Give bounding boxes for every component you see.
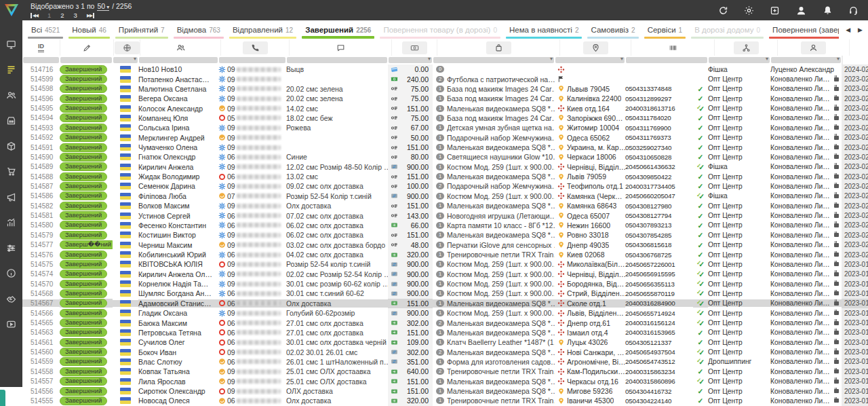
column-header-fulfillment[interactable] [714,39,777,56]
column-filter-id[interactable] [22,56,60,64]
support-button[interactable] [848,5,859,16]
page-size-select[interactable]: 50 [97,2,109,11]
page-button-2[interactable]: 2 [60,12,64,19]
column-header-flag[interactable] [113,39,140,56]
table-row[interactable]: 514577 Заверш��ний Черниш Максим 09 03.0… [22,240,868,249]
first-page-button[interactable] [31,13,38,18]
column-header-id[interactable]: ID [22,39,60,56]
settings-button[interactable] [744,5,754,16]
sidebar-item-marketplace[interactable] [0,115,22,126]
table-row[interactable]: 514575 Завершений КВІТОВСЬКА ЮЛІЯ 09 Роз… [22,259,868,269]
tab-scroll-left-icon[interactable]: ◀ [846,26,850,33]
column-filter-location[interactable] [555,56,625,64]
table-row[interactable]: 514588 Завершений Жидак Володимир 06 13.… [22,172,868,181]
table-row[interactable]: 514560 Завершений Бокоч Иван 09 02.02 30… [22,347,868,356]
table-row[interactable]: 514576 Завершений Кобилинський Юрий 06 0… [22,250,868,259]
column-filter-money[interactable] [388,56,433,64]
column-header-product[interactable] [437,39,559,56]
tab-Самовивіз[interactable]: Самовивіз2 [585,20,641,39]
table-row[interactable]: 514579 Завершений Костишин Виктор 09 06.… [22,230,868,240]
table-row[interactable]: 514594 Завершений Компанец Юля 05 18.02 … [22,113,868,123]
column-header-ttn[interactable] [631,39,714,56]
sidebar-item-statistics[interactable] [0,217,22,228]
table-row[interactable]: 514586 Завершений Філіпова Люба 07 Розмі… [22,191,868,201]
table-row[interactable]: 514556 Завершений Сиротюк Олександр 09 О… [22,386,868,396]
sidebar-item-tutorials[interactable] [0,319,22,330]
table-row[interactable]: 514581 Завершений Устинов Сергей 06 07.0… [22,210,868,220]
tab-Відмова[interactable]: Відмова763 [171,20,226,39]
table-row[interactable]: 514555 Завершений Новосад Олеся 06 Олх д… [22,396,868,405]
sidebar-item-dashboard[interactable] [0,39,22,50]
sidebar-item-clients[interactable] [0,90,22,100]
page-button-3[interactable]: 3 [74,12,77,19]
table-row[interactable]: 514598 Завершений Малютина Светлана 09 2… [22,84,868,94]
sidebar-item-automation[interactable] [0,242,22,253]
table-row[interactable]: 514595 Завершений Колосок Александр 09 1… [22,103,868,113]
table-row[interactable]: 514563 Завершений Петровська Тетяна 06 2… [22,328,868,337]
column-filter-fulfillment[interactable] [708,56,770,64]
tab-Всі[interactable]: Всі4521 [25,20,66,39]
column-header-money[interactable] [391,39,437,56]
table-row[interactable]: 514589 Завершений Кирилич Анжела 09 12.0… [22,162,868,172]
column-header-status[interactable] [60,39,113,56]
tab-В дорозі додому[interactable]: В дорозі додому0 [688,20,766,39]
table-row[interactable]: 514582 Завершений Волков Максим 09 Олх д… [22,201,868,210]
table-row[interactable]: 514557 Завершений Лила Ярослав 09 25.01 … [22,377,868,386]
tab-Нема в наявності[interactable]: Нема в наявності2 [503,20,585,39]
sidebar-item-info[interactable] [0,268,22,279]
table-row[interactable]: 514558 Завершений Ковпак Татьяна 09 25.0… [22,367,868,376]
table-row[interactable]: 514566 Завершений Гладик Оксана 09 Голуб… [22,308,868,318]
tab-Прийнятий[interactable]: Прийнятий7 [113,20,171,39]
column-filter-manager[interactable] [770,56,842,64]
column-header-name[interactable] [140,39,220,56]
sidebar-item-products[interactable] [0,141,22,151]
table-row[interactable]: 514574 Завершений Кирилич Анжела Ол… 09 … [22,270,868,279]
tab-Завершений[interactable]: Завершений2256 [299,20,377,39]
add-new-button[interactable] [770,5,780,16]
column-filter-date[interactable] [842,56,843,64]
table-row[interactable]: 514716 Завершений Нов10 Нов10 09 Выцв 0.… [22,64,868,74]
sidebar-item-marketing[interactable] [0,191,22,202]
sidebar-item-procurement[interactable] [0,166,22,177]
column-header-date[interactable] [849,39,850,56]
column-filter-name[interactable] [138,56,218,64]
column-filter-product[interactable] [433,56,555,64]
table-row[interactable]: 514559 Завершений Влас Слотюу 06 26.01 с… [22,357,868,367]
table-row[interactable]: 514593 Завершений Сольська Ірина 09 Роже… [22,123,868,132]
tab-Повернення товару (в дорозі)[interactable]: Повернення товару (в дорозі)0 [377,20,503,39]
sidebar-item-orders[interactable] [0,64,22,75]
column-filter-ttn[interactable] [625,56,708,64]
tab-scroll-right-icon[interactable]: ▶ [858,26,863,33]
table-row[interactable]: 514570 Завершений Корнелюк Надія Та… 09 … [22,279,868,289]
table-row[interactable]: 514568 Завершений Шумляс Богдана Ан… 06 … [22,289,868,298]
column-header-comment[interactable] [289,39,391,56]
notifications-button[interactable] [823,5,833,16]
table-row[interactable]: 514565 Завершений Баюка Максим 06 27.01 … [22,318,868,327]
table-row[interactable]: 514596 Завершений Вегера Оксана 09 20.02… [22,94,868,103]
table-row[interactable]: 514591 Завершений Чумаченко Олена 09 151… [22,143,868,152]
table-row[interactable]: 514580 Завершений Фесенко Константин 06 … [22,221,868,230]
page-button-1[interactable]: 1 [47,12,51,19]
tab-Сервіси[interactable]: Сервіси1 [642,20,689,39]
column-header-location[interactable] [559,39,631,56]
table-row[interactable]: 514561 Завершений Сучилов Олег 06 30.01 … [22,337,868,347]
column-filter-status[interactable] [60,56,113,64]
sidebar-item-partners[interactable] [0,293,22,304]
table-row[interactable]: 514587 Завершений Семенюк Дарина 09 09.0… [22,181,868,191]
table-row[interactable]: 514599 Завершений Потапенко Анастас… 09 … [22,74,868,84]
app-logo-icon[interactable] [3,2,20,18]
chat-widget-edge[interactable] [0,390,5,406]
column-header-phone[interactable] [220,39,289,56]
refresh-button[interactable] [718,5,728,16]
tab-Відправлений[interactable]: Відправлений12 [226,20,299,39]
user-profile-button[interactable] [795,5,807,16]
column-filter-phone[interactable] [218,56,286,64]
table-row[interactable]: 514592 Завершений Мерклингер Андрей 09 5… [22,133,868,143]
table-row[interactable]: 514590 Завершений Гнатюк Олексндр 06 Син… [22,152,868,162]
column-header-manager[interactable] [777,39,849,56]
column-filter-flag[interactable] [113,56,138,64]
table-row[interactable]: 514567 Завершений Адамовский Станис… 06 … [22,299,868,308]
tab-Новый[interactable]: Новый46 [66,20,113,39]
column-filter-comment[interactable] [286,56,388,64]
last-page-button[interactable] [87,13,94,18]
